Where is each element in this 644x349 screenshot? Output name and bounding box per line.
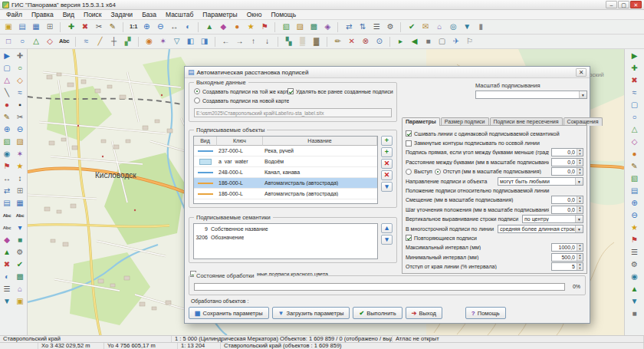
toolbar1-pan-icon[interactable]: ↔ — [167, 21, 181, 33]
menu-database[interactable]: База — [137, 10, 161, 19]
toolbar1-edit-icon[interactable]: ✎ — [106, 21, 120, 33]
right-panel-add-icon[interactable]: ✚ — [628, 62, 642, 74]
toolbar2-fly-icon[interactable]: ✈ — [449, 35, 463, 48]
toolbar1-settings-icon[interactable]: ⚙ — [383, 21, 397, 33]
add-object-button[interactable]: + — [381, 136, 393, 146]
column-kind[interactable]: Вид — [194, 137, 217, 146]
left-panel-zoom-out-icon[interactable]: ⊖ — [14, 123, 27, 136]
spinner-arrows-icon[interactable]: ▴▾ — [577, 168, 583, 175]
min-interval-spinner[interactable]: 500,0▴▾ — [551, 253, 583, 262]
right-panel-zoom-in-icon[interactable]: ⊕ — [628, 197, 642, 209]
toolbar2-shade-light-icon[interactable]: ▒ — [296, 35, 310, 48]
toolbar1-fill-icon[interactable]: ▨ — [293, 21, 307, 33]
toolbar2-diag-fill-icon[interactable]: ▚ — [282, 35, 296, 48]
left-panel-home-icon[interactable]: ⌂ — [14, 283, 27, 295]
chevron-down-icon[interactable]: ▾ — [575, 178, 583, 185]
left-panel-grid-icon[interactable]: ⊞ — [14, 185, 27, 197]
left-panel-list-icon[interactable]: ☰ — [1, 283, 14, 295]
checkbox-repeating-labels[interactable] — [406, 235, 412, 241]
load-parameters-button[interactable]: ▼Загрузить параметры — [272, 307, 350, 319]
toolbar2-shade-dark-icon[interactable]: ▓ — [310, 35, 324, 48]
move-semantic-down-button[interactable]: ▾ — [381, 235, 393, 245]
toolbar1-view-split-icon[interactable]: ◐ — [181, 21, 195, 33]
toolbar2-triangle-tool-icon[interactable]: △ — [29, 35, 43, 48]
left-panel-line-icon[interactable]: ╲ — [1, 87, 14, 99]
toolbar1-bar-icon[interactable]: ▮ — [474, 21, 488, 33]
toolbar2-stop-icon[interactable]: ■ — [422, 35, 435, 48]
column-name[interactable]: Название — [263, 137, 377, 146]
left-panel-down-icon[interactable]: ▼ — [1, 295, 14, 308]
toolbar2-arrow-up-icon[interactable]: ↑ — [247, 35, 261, 48]
left-panel-square-icon[interactable]: ■ — [14, 234, 27, 246]
multiline-combo[interactable]: средняя более длинная строка▾ — [498, 225, 583, 233]
indent-spinner[interactable]: 0,0▴▾ — [551, 167, 583, 176]
status-view-scale[interactable]: 1: 13 204 — [178, 343, 221, 349]
left-panel-h-move-icon[interactable]: ↔ — [1, 173, 14, 185]
maximize-button[interactable]: ▢ — [618, 1, 629, 8]
spinner-arrows-icon[interactable]: ▴▾ — [577, 149, 583, 156]
step-spinner[interactable]: 0,0▴▾ — [551, 206, 583, 214]
left-panel-delete-icon[interactable]: ✖ — [1, 258, 14, 271]
edge-offset-spinner[interactable]: 5▴▾ — [551, 262, 583, 271]
toolbar1-add-icon[interactable]: ✚ — [64, 21, 78, 33]
toolbar2-rhomb-tool-icon[interactable]: ◇ — [43, 35, 57, 48]
toolbar1-apply-icon[interactable]: ✔ — [405, 21, 419, 33]
toolbar2-pencil-icon[interactable]: ✏ — [331, 35, 345, 48]
left-panel-select-arrow-icon[interactable]: ▶ — [1, 50, 14, 62]
toolbar1-list-icon[interactable]: ☰ — [370, 21, 383, 33]
left-panel-diamond-icon[interactable]: ◆ — [1, 234, 14, 246]
menu-parameters[interactable]: Параметры — [198, 10, 242, 19]
toolbar2-pattern-icon[interactable]: ▞ — [121, 35, 135, 48]
max-interval-spinner[interactable]: 1000,0▴▾ — [551, 243, 583, 252]
dialog-close-icon[interactable]: ✕ — [576, 68, 586, 77]
close-button[interactable]: ✕ — [630, 1, 642, 8]
chevron-down-icon[interactable]: ▾ — [575, 216, 583, 222]
toolbar2-half-right-icon[interactable]: ◨ — [198, 35, 212, 48]
toolbar2-line-tool-icon[interactable]: ╱ — [94, 35, 107, 48]
spinner-arrows-icon[interactable]: ▴▾ — [577, 254, 583, 261]
chevron-down-icon[interactable]: ▾ — [575, 226, 583, 232]
menu-tasks[interactable]: Задачи — [107, 10, 138, 19]
toolbar2-frame-icon[interactable]: ▢ — [435, 35, 449, 48]
dialog-title-bar[interactable]: ▤ Автоматическая расстановка подписей ✕ — [185, 67, 590, 78]
move-object-down-button[interactable]: ▾ — [381, 182, 393, 192]
objects-table[interactable]: Вид Ключ Название 237-000-L Река, ручей … — [193, 136, 378, 204]
toolbar1-layers-icon[interactable]: ▲ — [202, 21, 216, 33]
left-panel-v-move-icon[interactable]: ↕ — [14, 173, 27, 185]
radio-same-map[interactable] — [194, 88, 200, 94]
toolbar1-target-icon[interactable]: ◎ — [446, 21, 460, 33]
left-panel-fill-icon[interactable]: ▨ — [14, 136, 27, 148]
toolbar2-node-icon[interactable]: ◉ — [143, 35, 156, 48]
menu-search[interactable]: Поиск — [79, 10, 107, 19]
save-parameters-button[interactable]: ▦Сохранить параметры — [189, 307, 269, 319]
menu-window[interactable]: Окно — [242, 10, 267, 19]
execute-button[interactable]: ✔Выполнить — [353, 307, 402, 319]
left-panel-label-abc-2-icon[interactable]: Abc — [14, 209, 27, 222]
toolbar1-sort-icon[interactable]: ⇅ — [356, 21, 370, 33]
toolbar1-save-icon[interactable]: ▦ — [29, 21, 43, 33]
left-panel-small-square-icon[interactable]: ▪ — [14, 99, 27, 111]
toolbar1-down-icon[interactable]: ▼ — [460, 21, 474, 33]
right-panel-settings-icon[interactable]: ⚙ — [628, 258, 642, 271]
toolbar1-select-object-icon[interactable]: ◆ — [216, 21, 230, 33]
toolbar2-rect-tool-icon[interactable]: □ — [2, 35, 15, 48]
offset-spinner[interactable]: 0,0▴▾ — [551, 196, 583, 204]
toolbar2-half-left-icon[interactable]: ◧ — [184, 35, 198, 48]
toolbar1-message-icon[interactable]: ✉ — [419, 21, 432, 33]
radio-protrude[interactable] — [406, 169, 412, 175]
right-panel-hatch-icon[interactable]: ▧ — [628, 173, 642, 185]
left-panel-settings-icon[interactable]: ⚙ — [14, 246, 27, 258]
checkbox-delete-old-labels[interactable] — [288, 88, 294, 94]
output-path-field[interactable]: E:\osm2025\Ставропольский край\Label\ru-… — [194, 108, 392, 117]
left-panel-label-abc-3-icon[interactable]: Abc — [1, 222, 14, 234]
right-panel-stop-icon[interactable]: ■ — [628, 308, 642, 320]
left-panel-dot-icon[interactable]: ● — [1, 99, 14, 111]
right-panel-wave-icon[interactable]: ≈ — [628, 87, 642, 99]
right-panel-flag-icon[interactable]: ⚑ — [628, 234, 642, 246]
toolbar1-flag-icon[interactable]: ⚑ — [258, 21, 271, 33]
table-row[interactable]: a_var_water Водоём — [194, 156, 377, 167]
add-all-objects-button[interactable]: + — [381, 147, 393, 157]
spinner-arrows-icon[interactable]: ▴▾ — [577, 206, 583, 213]
left-panel-zoom-in-icon[interactable]: ⊕ — [1, 123, 14, 136]
chevron-down-icon[interactable]: ▾ — [579, 91, 586, 98]
